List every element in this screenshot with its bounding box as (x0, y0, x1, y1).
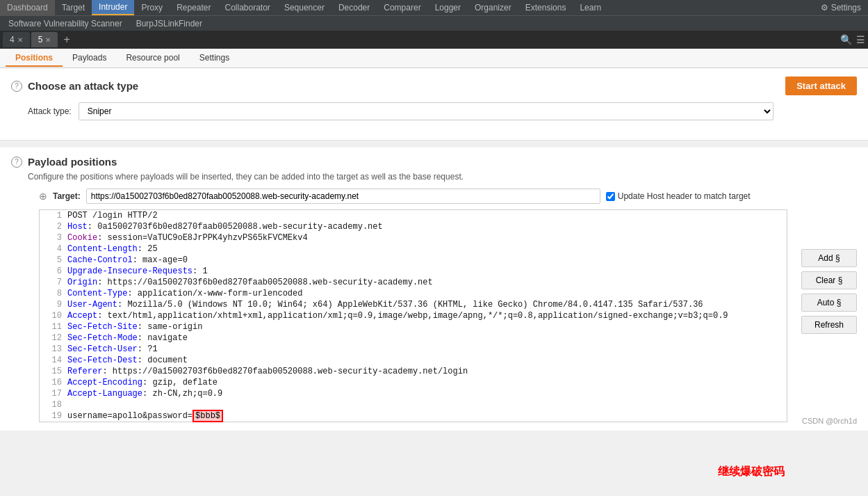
request-editor[interactable]: 1 POST /login HTTP/2 2 Host: 0a15002703f… (39, 209, 787, 422)
target-input[interactable] (86, 189, 600, 204)
sub-tab-positions[interactable]: Positions (6, 50, 63, 67)
add-tab-button[interactable]: + (59, 33, 74, 46)
gear-icon: ⚙ (821, 3, 828, 13)
request-line-16: 16 Accept-Encoding: gzip, deflate (40, 377, 787, 388)
watermark: CSDN @0rch1d (802, 417, 857, 425)
annotation-text: 继续爆破密码 (718, 465, 785, 479)
nav-logger[interactable]: Logger (428, 0, 468, 15)
right-buttons: Add § Clear § Auto § Refresh (801, 249, 857, 334)
request-line-3: 3 Cookie: session=VaTUC9oE8JrPPK4yhzvPS6… (40, 232, 787, 243)
attack-type-select[interactable]: Sniper (79, 102, 773, 120)
request-line-15: 15 Referer: https://0a15002703f6b0ed8270… (40, 366, 787, 377)
main-content: ? Choose an attack type Start attack Att… (0, 68, 868, 431)
close-tab-5[interactable]: ✕ (45, 36, 51, 44)
payload-section-title: Payload positions (28, 156, 117, 168)
request-line-18: 18 (40, 399, 787, 410)
add-section-button[interactable]: Add § (801, 249, 857, 267)
request-line-11: 11 Sec-Fetch-Site: same-origin (40, 321, 787, 333)
request-line-8: 8 Content-Type: application/x-www-form-u… (40, 288, 787, 299)
request-line-9: 9 User-Agent: Mozilla/5.0 (Windows NT 10… (40, 299, 787, 310)
nav-repeater[interactable]: Repeater (170, 0, 218, 15)
nav-collaborator[interactable]: Collaborator (218, 0, 277, 15)
clear-section-button[interactable]: Clear § (801, 271, 857, 289)
update-host-label: Update Host header to match target (606, 191, 751, 201)
nav-proxy[interactable]: Proxy (134, 0, 170, 15)
nav-decoder[interactable]: Decoder (331, 0, 377, 15)
ext-burpjs[interactable]: BurpJSLinkFinder (129, 17, 209, 30)
request-line-7: 7 Origin: https://0a15002703f6b0ed8270fa… (40, 277, 787, 288)
request-line-2: 2 Host: 0a15002703f6b0ed8270faab00520088… (40, 221, 787, 232)
ext-software-scanner[interactable]: Software Vulnerability Scanner (1, 17, 129, 30)
request-line-14: 14 Sec-Fetch-Dest: document (40, 355, 787, 366)
attack-type-label: Attack type: (28, 106, 72, 116)
nav-settings[interactable]: ⚙ Settings (814, 0, 868, 15)
target-drag-icon: ⊕ (39, 191, 47, 202)
request-line-5: 5 Cache-Control: max-age=0 (40, 255, 787, 266)
attack-type-section: ? Choose an attack type Start attack Att… (0, 68, 868, 140)
tabs-bar: 4 ✕ 5 ✕ + 🔍 ☰ (0, 31, 868, 49)
request-line-10: 10 Accept: text/html,application/xhtml+x… (40, 310, 787, 321)
payload-positions-section: ? Payload positions Configure the positi… (0, 140, 868, 431)
nav-intruder[interactable]: Intruder (92, 0, 134, 15)
target-label: Target: (53, 191, 81, 201)
payload-help-icon[interactable]: ? (11, 157, 22, 168)
sub-tab-payloads[interactable]: Payloads (63, 50, 116, 67)
tab-4[interactable]: 4 ✕ (3, 32, 30, 47)
update-host-checkbox[interactable] (606, 192, 615, 201)
help-icon[interactable]: ? (11, 81, 22, 92)
nav-organizer[interactable]: Organizer (468, 0, 518, 15)
start-attack-button[interactable]: Start attack (785, 77, 857, 95)
tabs-bar-right: 🔍 ☰ (840, 34, 865, 45)
tab-5[interactable]: 5 ✕ (31, 32, 58, 47)
section-title: Choose an attack type (28, 80, 138, 92)
sub-tab-resource-pool[interactable]: Resource pool (116, 50, 189, 67)
request-line-13: 13 Sec-Fetch-User: ?1 (40, 344, 787, 355)
nav-target[interactable]: Target (55, 0, 92, 15)
nav-sequencer[interactable]: Sequencer (277, 0, 331, 15)
request-line-19: 19 username=apollo&password=$bbb$ (40, 410, 787, 422)
nav-learn[interactable]: Learn (573, 0, 608, 15)
request-line-17: 17 Accept-Language: zh-CN,zh;q=0.9 (40, 388, 787, 399)
target-row: ⊕ Target: Update Host header to match ta… (11, 189, 857, 204)
payload-section-desc: Configure the positions where payloads w… (11, 172, 857, 182)
auto-section-button[interactable]: Auto § (801, 294, 857, 312)
close-tab-4[interactable]: ✕ (17, 36, 23, 44)
section-header: ? Choose an attack type Start attack (11, 77, 857, 95)
nav-comparer[interactable]: Comparer (377, 0, 427, 15)
payload-content: ? Payload positions Configure the positi… (0, 147, 868, 431)
request-line-12: 12 Sec-Fetch-Mode: navigate (40, 333, 787, 344)
request-line-4: 4 Content-Length: 25 (40, 243, 787, 255)
sub-tab-settings[interactable]: Settings (190, 50, 239, 67)
refresh-button[interactable]: Refresh (801, 316, 857, 334)
nav-extensions[interactable]: Extensions (518, 0, 573, 15)
payload-section-header: ? Payload positions (11, 156, 857, 168)
sub-tabs: Positions Payloads Resource pool Setting… (0, 49, 868, 68)
nav-dashboard[interactable]: Dashboard (0, 0, 55, 15)
request-line-6: 6 Upgrade-Insecure-Requests: 1 (40, 266, 787, 277)
menu-icon[interactable]: ☰ (856, 34, 865, 45)
search-icon[interactable]: 🔍 (840, 34, 852, 45)
request-line-1: 1 POST /login HTTP/2 (40, 210, 787, 221)
payload-marker: $bbb$ (193, 410, 223, 422)
extensions-bar: Software Vulnerability Scanner BurpJSLin… (0, 15, 868, 31)
top-navigation: Dashboard Target Intruder Proxy Repeater… (0, 0, 868, 15)
attack-type-row: Attack type: Sniper (11, 102, 857, 120)
